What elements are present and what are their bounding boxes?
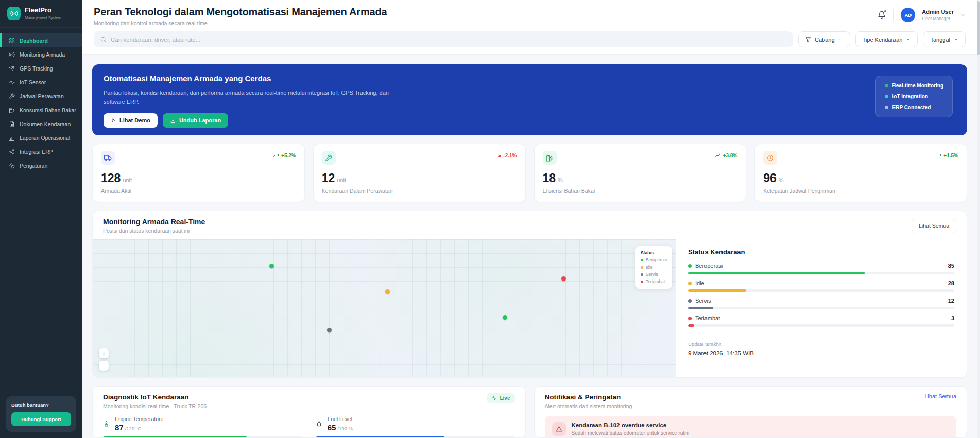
stat-label: Armada Aktif <box>101 188 296 194</box>
status-count: 85 <box>948 262 954 269</box>
status-count: 28 <box>948 280 954 286</box>
alert-overdue-service[interactable]: Kendaraan B-102 overdue service Sudah me… <box>545 416 957 438</box>
pulse-icon <box>9 79 15 85</box>
live-badge: Live <box>487 393 514 403</box>
truck-icon <box>101 151 115 165</box>
avatar[interactable]: AD <box>901 8 915 22</box>
search-input[interactable] <box>111 37 787 43</box>
progress-fill <box>688 272 865 274</box>
feature-iot-integration: IoT Integration <box>885 94 943 99</box>
stat-card-armada-aktif: +5.2% 128 unit Armada Aktif <box>92 144 305 202</box>
trend-up-icon <box>273 152 279 159</box>
search-box[interactable] <box>94 31 793 47</box>
notification-badge <box>884 10 887 13</box>
stat-label: Efisiensi Bahan Bakar <box>543 188 738 194</box>
stat-card-ketepatan-jadwal: +1.5% 96 % Ketepatan Jadwal Pengiriman <box>754 144 967 202</box>
search-icon <box>100 36 107 43</box>
sidebar-item-iot-sensor[interactable]: IoT Sensor <box>0 75 82 89</box>
sidebar-item-konsumsi-bahan-bakar[interactable]: Konsumsi Bahan Bakar <box>0 103 82 117</box>
scrollbar[interactable] <box>977 0 980 438</box>
user-name: Admin User <box>922 9 954 15</box>
trend-up-icon <box>715 152 721 159</box>
stat-card-kendaraan-perawatan: -2.1% 12 unit Kendaraan Dalam Perawatan <box>313 144 526 202</box>
vehicle-marker-beroperasi[interactable] <box>269 264 274 268</box>
filter-cabang-button[interactable]: Cabang <box>798 31 850 47</box>
progress-fill <box>688 324 694 327</box>
notifications-bell[interactable] <box>876 10 887 20</box>
fleet-map[interactable]: Status Beroperasi Idle Ser <box>93 239 676 377</box>
stat-unit: % <box>558 177 563 183</box>
sidebar-item-dokumen-kendaraan[interactable]: Dokumen Kendaraan <box>0 117 82 131</box>
stat-card-efisiensi-bahan-bakar: +3.8% 18 % Efisiensi Bahan Bakar <box>534 144 747 202</box>
brand: FleetPro Management System <box>0 0 82 28</box>
sidebar-item-pengaturan[interactable]: Pengaturan <box>0 159 82 172</box>
hero-title: Otomatisasi Manajemen Armada yang Cerdas <box>104 74 392 83</box>
trend-badge: +1.5% <box>935 152 958 159</box>
progress-fill <box>688 307 713 309</box>
status-row-beroperasi: Beroperasi 85 <box>688 262 954 274</box>
pulse-icon <box>491 395 497 401</box>
legend-title: Status <box>641 250 667 255</box>
sidebar-item-dashboard[interactable]: Dashboard <box>0 33 82 47</box>
warning-icon <box>552 422 566 436</box>
stats-row: +5.2% 128 unit Armada Aktif <box>92 144 967 202</box>
page-title: Peran Teknologi dalam Mengotomatisasi Ma… <box>94 6 387 18</box>
main-area: Peran Teknologi dalam Mengotomatisasi Ma… <box>82 0 980 438</box>
legend-item-servis: Servis <box>641 272 667 277</box>
vehicle-marker-servis[interactable] <box>327 328 332 332</box>
hero-banner: Otomatisasi Manajemen Armada yang Cerdas… <box>92 64 967 135</box>
trend-badge: -2.1% <box>495 152 517 159</box>
last-update-value: 9 Maret 2026, 14:35 WIB <box>688 350 954 356</box>
panel-title: Status Kendaraan <box>688 248 954 256</box>
sidebar-item-gps-tracking[interactable]: GPS Tracking <box>0 61 82 75</box>
map-zoom-out-button[interactable]: − <box>99 361 109 371</box>
wrench-icon <box>322 151 336 165</box>
gauge-fuel-level: Fuel Level 65/100 % <box>316 416 515 438</box>
sidebar-item-jadwal-perawatan[interactable]: Jadwal Perawatan <box>0 89 82 103</box>
map-zoom-in-button[interactable]: + <box>99 348 109 358</box>
document-icon <box>9 121 15 127</box>
stat-value: 12 <box>322 171 335 185</box>
stat-unit: unit <box>123 177 132 183</box>
gauge-value: 65/100 % <box>328 423 353 432</box>
stat-label: Kendaraan Dalam Perawatan <box>322 188 517 194</box>
progress-track <box>688 272 954 274</box>
status-dot <box>641 266 643 269</box>
vehicle-status-panel: Status Kendaraan Beroperasi 85 <box>676 239 967 377</box>
view-all-link[interactable]: Lihat Semua <box>924 393 956 399</box>
hero-description: Pantau lokasi, kondisi kendaraan, dan pe… <box>104 88 392 107</box>
status-count: 3 <box>951 315 954 321</box>
gauge-engine-temperature: Engine Temperature 87/120 °C <box>103 416 302 438</box>
last-update-label: Update terakhir <box>688 341 954 347</box>
sidebar-item-integrasi-erp[interactable]: Integrasi ERP <box>0 145 82 159</box>
monitoring-title: Monitoring Armada Real-Time <box>103 218 205 226</box>
status-row-servis: Servis 12 <box>688 297 954 309</box>
sidebar-item-monitoring-armada[interactable]: Monitoring Armada <box>0 47 82 61</box>
brand-tagline: Management System <box>25 15 61 20</box>
diagnostics-subtitle: Monitoring kondisi real-time - Truck TR-… <box>103 403 207 409</box>
filter-tanggal-button[interactable]: Tanggal <box>923 31 966 47</box>
scrollbar-thumb[interactable] <box>977 1 980 55</box>
progress-fill <box>688 289 746 292</box>
lihat-demo-button[interactable]: Lihat Demo <box>104 113 158 128</box>
contact-support-button[interactable]: Hubungi Support <box>11 412 71 426</box>
stat-label: Ketepatan Jadwal Pengiriman <box>763 188 958 194</box>
thermometer-icon <box>103 421 110 427</box>
vehicle-marker-beroperasi[interactable] <box>503 315 507 320</box>
notifications-card: Notifikasi & Peringatan Alert otomatis d… <box>534 386 968 438</box>
chevron-down-icon[interactable] <box>960 12 966 17</box>
chevron-down-icon <box>906 37 910 42</box>
filter-tipe-kendaraan-button[interactable]: Tipe Kendaraan <box>855 31 918 47</box>
hero-feature-list: Real-time Monitoring IoT Integration ERP… <box>875 76 953 117</box>
play-icon <box>111 118 116 123</box>
vehicle-marker-idle[interactable] <box>385 289 390 294</box>
divider <box>688 335 954 335</box>
view-all-button[interactable]: Lihat Semua <box>912 219 956 233</box>
unduh-laporan-button[interactable]: Unduh Laporan <box>163 113 228 128</box>
trend-down-icon <box>495 152 501 159</box>
share-nodes-icon <box>9 149 15 155</box>
vehicle-marker-terlambat[interactable] <box>561 276 566 281</box>
sidebar-item-laporan-operasional[interactable]: Laporan Operasional <box>0 131 82 145</box>
stat-unit: % <box>779 177 784 183</box>
progress-track <box>688 289 954 292</box>
